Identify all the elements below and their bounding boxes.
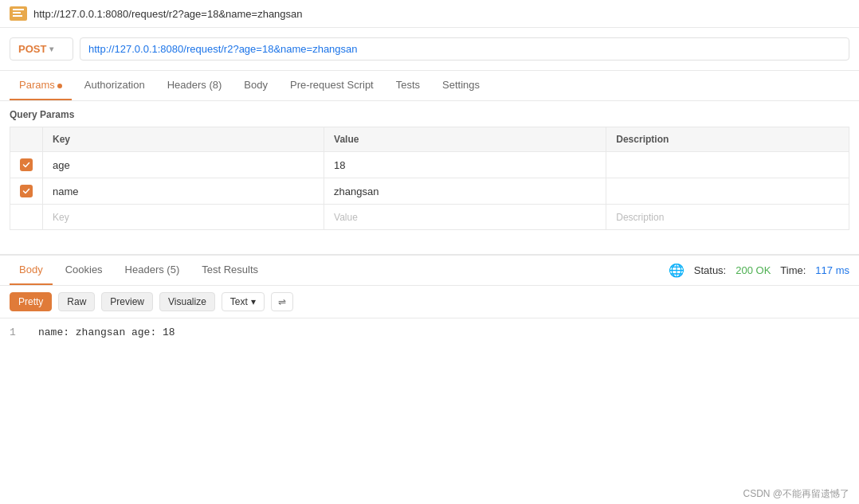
format-btn-pretty[interactable]: Pretty (10, 292, 52, 311)
chevron-down-icon: ▾ (49, 45, 53, 53)
svg-rect-0 (13, 9, 24, 10)
format-bar: Pretty Raw Preview Visualize Text ▾ ⇌ (0, 286, 859, 318)
params-table: Key Value Description age 18 (10, 127, 849, 230)
row-description (606, 152, 849, 178)
svg-rect-2 (13, 15, 22, 17)
row-key: name (43, 178, 324, 205)
row-value: 18 (324, 152, 606, 178)
new-row-value[interactable]: Value (324, 205, 606, 230)
response-body: 1 name: zhangsan age: 18 (0, 318, 859, 346)
response-tab-cookies[interactable]: Cookies (56, 256, 112, 285)
line-number: 1 (10, 326, 25, 338)
format-btn-visualize[interactable]: Visualize (159, 292, 215, 311)
globe-icon: 🌐 (669, 263, 684, 278)
tab-params[interactable]: Params (10, 71, 72, 100)
response-tab-test-results[interactable]: Test Results (192, 256, 268, 285)
time-value: 117 ms (815, 264, 849, 276)
response-tab-headers[interactable]: Headers (5) (116, 256, 190, 285)
svg-rect-1 (13, 12, 21, 14)
request-tabs: Params Authorization Headers (8) Body Pr… (0, 71, 859, 101)
new-row-key[interactable]: Key (43, 205, 324, 230)
status-value: 200 OK (735, 264, 771, 276)
response-tabs-bar: Body Cookies Headers (5) Test Results 🌐 … (0, 254, 859, 286)
table-row: name zhangsan (10, 178, 849, 205)
query-params-title: Query Params (10, 109, 849, 120)
title-bar: http://127.0.0.1:8080/request/r2?age=18&… (0, 0, 859, 28)
request-bar: POST ▾ (0, 28, 859, 71)
row-key: age (43, 152, 324, 178)
row-checkbox-cell[interactable] (10, 178, 43, 205)
status-label: Status: (694, 264, 726, 276)
response-tab-group: Body Cookies Headers (5) Test Results (10, 256, 665, 285)
window-title: http://127.0.0.1:8080/request/r2?age=18&… (33, 8, 303, 20)
time-label: Time: (780, 264, 806, 276)
new-row-checkbox (10, 205, 43, 230)
col-checkbox (10, 127, 43, 152)
col-value: Value (324, 127, 606, 152)
chevron-down-icon: ▾ (251, 296, 256, 307)
format-type-label: Text (230, 296, 248, 307)
line-content: name: zhangsan age: 18 (38, 326, 175, 338)
method-selector[interactable]: POST ▾ (10, 37, 73, 61)
query-params-section: Query Params Key Value Description age 1… (0, 101, 859, 230)
format-type-select[interactable]: Text ▾ (222, 292, 265, 311)
row-value: zhangsan (324, 178, 606, 205)
checkbox[interactable] (20, 158, 33, 171)
tab-body[interactable]: Body (234, 71, 277, 100)
table-row-new: Key Value Description (10, 205, 849, 230)
checkbox[interactable] (20, 185, 33, 197)
format-btn-preview[interactable]: Preview (101, 292, 153, 311)
table-row: age 18 (10, 152, 849, 178)
row-description (606, 178, 849, 205)
app-icon (10, 6, 27, 21)
tab-settings[interactable]: Settings (433, 71, 489, 100)
response-status: 🌐 Status: 200 OK Time: 117 ms (669, 263, 849, 278)
response-tab-body[interactable]: Body (10, 256, 53, 285)
tab-headers[interactable]: Headers (8) (158, 71, 232, 100)
wrap-button[interactable]: ⇌ (271, 292, 293, 311)
col-description: Description (606, 127, 849, 152)
wrap-icon: ⇌ (278, 296, 286, 307)
response-line: 1 name: zhangsan age: 18 (10, 326, 849, 338)
method-label: POST (18, 43, 46, 55)
tab-authorization[interactable]: Authorization (75, 71, 155, 100)
tab-tests[interactable]: Tests (386, 71, 430, 100)
row-checkbox-cell[interactable] (10, 152, 43, 178)
url-input[interactable] (80, 37, 849, 61)
new-row-description[interactable]: Description (606, 205, 849, 230)
col-key: Key (43, 127, 324, 152)
format-btn-raw[interactable]: Raw (58, 292, 95, 311)
tab-pre-request[interactable]: Pre-request Script (280, 71, 383, 100)
